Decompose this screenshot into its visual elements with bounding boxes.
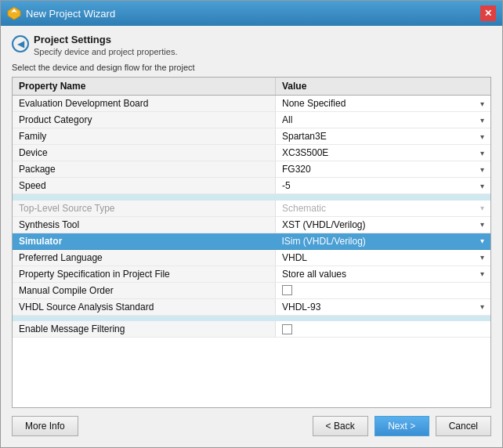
table-header-row: Property Name Value — [13, 78, 490, 96]
dropdown-value: XC3S500E — [282, 147, 477, 158]
table-row — [13, 194, 490, 201]
property-label: Family — [13, 128, 276, 145]
cancel-button[interactable]: Cancel — [436, 416, 491, 436]
property-value[interactable] — [276, 282, 491, 298]
dropdown-cell[interactable]: None Specified▾ — [282, 98, 484, 109]
table-row[interactable]: Top-Level Source TypeSchematic▾ — [13, 201, 490, 217]
header-section: ◀ Project Settings Specify device and pr… — [12, 34, 491, 56]
property-value[interactable]: XC3S500E▾ — [276, 145, 491, 161]
property-label: VHDL Source Analysis Standard — [13, 298, 276, 315]
chevron-down-icon: ▾ — [480, 99, 484, 108]
properties-table: Property Name Value Evaluation Developme… — [13, 78, 490, 338]
dropdown-cell[interactable]: FG320▾ — [282, 164, 484, 175]
dropdown-value: VHDL-93 — [282, 302, 477, 313]
table-row[interactable]: FamilySpartan3E▾ — [13, 128, 490, 145]
property-label: Speed — [13, 178, 276, 194]
dropdown-cell[interactable]: XC3S500E▾ — [282, 147, 484, 158]
chevron-down-icon: ▾ — [480, 149, 484, 157]
chevron-down-icon: ▾ — [480, 132, 484, 141]
property-value[interactable]: FG320▾ — [276, 161, 491, 178]
dropdown-cell[interactable]: Spartan3E▾ — [282, 131, 484, 142]
table-row[interactable]: PackageFG320▾ — [13, 161, 490, 178]
dropdown-cell[interactable]: All▾ — [282, 114, 484, 125]
app-icon — [7, 6, 21, 20]
table-row[interactable]: Property Specification in Project FileSt… — [13, 266, 490, 282]
window-title: New Project Wizard — [26, 8, 115, 20]
table-row[interactable]: SimulatorISim (VHDL/Verilog)▾ — [13, 233, 490, 249]
chevron-down-icon: ▾ — [480, 116, 484, 125]
dropdown-value: ISim (VHDL/Verilog) — [282, 236, 366, 247]
title-bar-left: New Project Wizard — [7, 6, 115, 20]
dropdown-selected[interactable]: ISim (VHDL/Verilog)▾ — [282, 236, 485, 247]
property-label: Enable Message Filtering — [13, 321, 276, 338]
chevron-down-icon: ▾ — [480, 302, 484, 311]
table-row — [13, 315, 490, 321]
back-button[interactable]: < Back — [313, 416, 368, 436]
table-row[interactable]: Enable Message Filtering — [13, 321, 490, 338]
property-label: Product Category — [13, 112, 276, 128]
table-row[interactable]: Preferred LanguageVHDL▾ — [13, 249, 490, 266]
table-row[interactable]: DeviceXC3S500E▾ — [13, 145, 490, 161]
back-circle-icon: ◀ — [17, 38, 24, 49]
dropdown-cell[interactable]: VHDL-93▾ — [282, 302, 484, 313]
dropdown-cell[interactable]: Store all values▾ — [282, 269, 484, 280]
table-row[interactable]: Manual Compile Order — [13, 282, 490, 298]
property-label: Simulator — [13, 233, 276, 249]
footer-left: More Info — [12, 416, 78, 436]
separator-cell — [13, 194, 490, 201]
property-label: Top-Level Source Type — [13, 201, 276, 217]
chevron-down-icon: ▾ — [480, 253, 484, 262]
property-value[interactable]: All▾ — [276, 112, 491, 128]
content-area: ◀ Project Settings Specify device and pr… — [1, 26, 502, 447]
property-value[interactable] — [276, 321, 491, 338]
property-label: Device — [13, 145, 276, 161]
table-row[interactable]: VHDL Source Analysis StandardVHDL-93▾ — [13, 298, 490, 315]
table-row[interactable]: Speed-5▾ — [13, 178, 490, 194]
checkbox-cell[interactable] — [282, 285, 484, 295]
property-value[interactable]: VHDL-93▾ — [276, 298, 491, 315]
back-circle-button[interactable]: ◀ — [12, 35, 29, 52]
property-label: Package — [13, 161, 276, 178]
dropdown-value: FG320 — [282, 164, 477, 175]
table-section-label: Select the device and design flow for th… — [12, 63, 491, 72]
dropdown-cell[interactable]: -5▾ — [282, 180, 484, 191]
dropdown-cell[interactable]: VHDL▾ — [282, 252, 484, 263]
main-window: New Project Wizard ✕ ◀ Project Settings … — [0, 0, 503, 448]
col-property-name: Property Name — [13, 78, 276, 96]
chevron-down-icon: ▾ — [480, 204, 484, 212]
checkbox-input[interactable] — [282, 285, 292, 295]
next-button[interactable]: Next > — [375, 416, 429, 436]
section-desc: Specify device and project properties. — [34, 47, 177, 56]
close-button[interactable]: ✕ — [480, 5, 496, 21]
property-value[interactable]: ISim (VHDL/Verilog)▾ — [276, 233, 491, 249]
dropdown-disabled: Schematic▾ — [282, 203, 484, 214]
property-value[interactable]: -5▾ — [276, 178, 491, 194]
dropdown-value: XST (VHDL/Verilog) — [282, 219, 477, 230]
property-value[interactable]: VHDL▾ — [276, 249, 491, 266]
title-bar: New Project Wizard ✕ — [1, 1, 502, 26]
chevron-down-icon: ▾ — [480, 237, 484, 245]
checkbox-cell[interactable] — [282, 324, 484, 334]
table-row[interactable]: Evaluation Development BoardNone Specifi… — [13, 96, 490, 112]
separator-cell — [13, 315, 490, 321]
property-label: Manual Compile Order — [13, 282, 276, 298]
property-value[interactable]: Store all values▾ — [276, 266, 491, 282]
more-info-button[interactable]: More Info — [12, 416, 78, 436]
dropdown-cell[interactable]: XST (VHDL/Verilog)▾ — [282, 219, 484, 230]
property-label: Evaluation Development Board — [13, 96, 276, 112]
checkbox-input[interactable] — [282, 324, 292, 334]
property-value[interactable]: None Specified▾ — [276, 96, 491, 112]
property-label: Property Specification in Project File — [13, 266, 276, 282]
dropdown-value: Spartan3E — [282, 131, 477, 142]
section-title: Project Settings — [34, 34, 177, 45]
table-row[interactable]: Synthesis ToolXST (VHDL/Verilog)▾ — [13, 216, 490, 233]
property-value[interactable]: XST (VHDL/Verilog)▾ — [276, 216, 491, 233]
property-value[interactable]: Spartan3E▾ — [276, 128, 491, 145]
chevron-down-icon: ▾ — [480, 165, 484, 174]
table-row[interactable]: Product CategoryAll▾ — [13, 112, 490, 128]
footer-right: < Back Next > Cancel — [313, 416, 491, 436]
dropdown-value: VHDL — [282, 252, 477, 263]
dropdown-value: Schematic — [282, 203, 477, 214]
dropdown-value: All — [282, 114, 477, 125]
chevron-down-icon: ▾ — [480, 269, 484, 278]
